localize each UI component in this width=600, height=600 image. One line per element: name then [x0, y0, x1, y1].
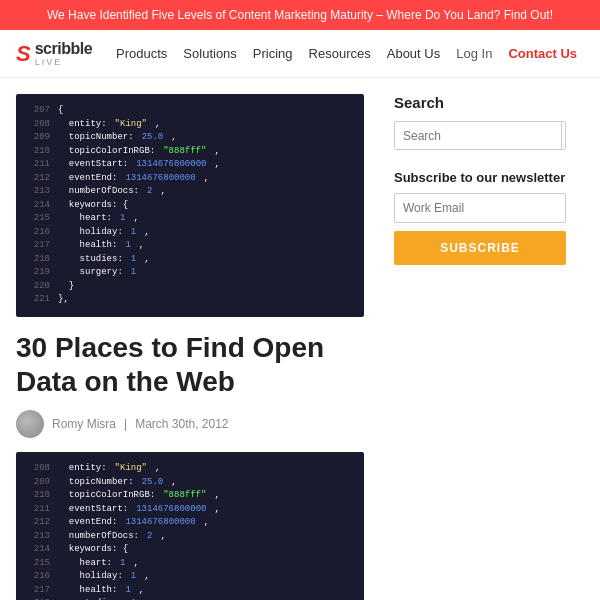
logo[interactable]: S scribble LIVE: [16, 40, 92, 67]
top-banner: We Have Identified Five Levels of Conten…: [0, 0, 600, 30]
nav-about[interactable]: About Us: [387, 46, 440, 61]
article-code-image-2: 208 entity: "King", 209 topicNumber: 25.…: [16, 452, 364, 600]
nav-products[interactable]: Products: [116, 46, 167, 61]
search-box: 🔍: [394, 121, 566, 150]
subscribe-button[interactable]: SUBSCRIBE: [394, 231, 566, 265]
sidebar: Search 🔍 Subscribe to our newsletter SUB…: [380, 78, 580, 600]
article-section: 207{ 208 entity: "King", 209 topicNumber…: [0, 78, 380, 600]
article-title: 30 Places to Find Open Data on the Web: [16, 331, 364, 398]
logo-sub: LIVE: [35, 58, 92, 68]
sidebar-search-section: Search 🔍: [394, 94, 566, 150]
search-title: Search: [394, 94, 566, 111]
navbar: S scribble LIVE Products Solutions Prici…: [0, 30, 600, 78]
article-meta: Romy Misra | March 30th, 2012: [16, 410, 364, 438]
email-input[interactable]: [394, 193, 566, 223]
nav-links: Products Solutions Pricing Resources Abo…: [116, 46, 584, 61]
nav-solutions[interactable]: Solutions: [183, 46, 236, 61]
logo-name: scribble: [35, 40, 92, 58]
article-date: March 30th, 2012: [135, 417, 228, 431]
sidebar-newsletter-section: Subscribe to our newsletter SUBSCRIBE: [394, 170, 566, 265]
nav-login[interactable]: Log In: [456, 46, 492, 61]
author-name: Romy Misra: [52, 417, 116, 431]
newsletter-title: Subscribe to our newsletter: [394, 170, 566, 185]
nav-pricing[interactable]: Pricing: [253, 46, 293, 61]
meta-separator: |: [124, 417, 127, 431]
main-container: 207{ 208 entity: "King", 209 topicNumber…: [0, 78, 600, 600]
logo-icon: S: [16, 41, 31, 67]
nav-resources[interactable]: Resources: [309, 46, 371, 61]
search-button[interactable]: 🔍: [561, 122, 566, 149]
nav-contact[interactable]: Contact Us: [508, 46, 577, 61]
avatar: [16, 410, 44, 438]
search-input[interactable]: [395, 123, 561, 149]
hero-code-image: 207{ 208 entity: "King", 209 topicNumber…: [16, 94, 364, 317]
